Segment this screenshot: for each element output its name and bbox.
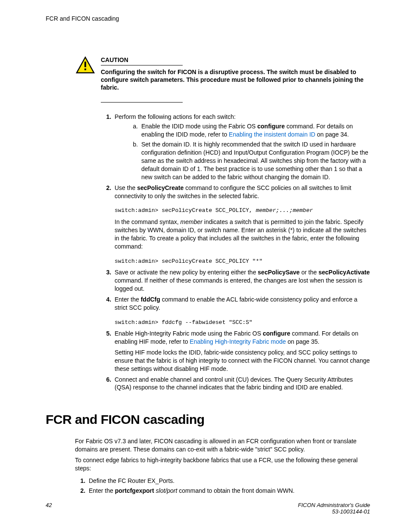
caution-icon [76,56,95,74]
caution-text: Configuring the switch for FICON is a di… [101,68,370,92]
step-1: Perform the following actions for each s… [113,113,370,181]
page-footer: 42 FICON Administrator's Guide 53-100314… [46,502,370,515]
code-secpolicycreate-2: switch:admin> secPolicyCreate SCC_POLICY… [115,258,370,265]
s2-step-1: Define the FC Router EX_Ports. [87,477,370,485]
section-heading: FCR and FICON cascading [46,412,370,427]
link-hif[interactable]: Enabling High-Integrity Fabric mode [190,338,286,345]
svg-rect-2 [84,68,86,70]
page-number: 42 [46,502,52,515]
footer-title: FICON Administrator's Guide [298,502,370,508]
code-fddcfg: switch:admin> fddcfg --fabwideset "SCC:S… [115,319,370,327]
s2-step-2: Enter the portcfgexport slot/port comman… [87,487,370,495]
step-5: Enable High-Integrity Fabric mode using … [113,330,370,373]
svg-rect-1 [84,62,86,67]
procedure-list: Perform the following actions for each s… [101,113,370,392]
link-idid[interactable]: Enabling the insistent domain ID [229,131,315,138]
section2-steps: Define the FC Router EX_Ports. Enter the… [75,477,370,495]
running-header: FCR and FICON cascading [46,15,370,22]
footer-docnum: 53-1003144-01 [298,508,370,515]
step-6: Connect and enable channel and control u… [113,376,370,392]
code-secpolicycreate-1: switch:admin> secPolicyCreate SCC_POLICY… [115,207,370,215]
caution-block: CAUTION Configuring the switch for FICON… [76,56,370,92]
step-3: Save or activate the new policy by enter… [113,268,370,293]
section2-p2: To connect edge fabrics to high-integrit… [75,456,370,473]
step-2: Use the secPolicyCreate command to confi… [113,184,370,265]
step-1b: Set the domain ID. It is highly recommen… [140,140,370,181]
section2-p1: For Fabric OS v7.3 and later, FICON casc… [75,437,370,454]
caution-label: CAUTION [101,56,370,63]
step-4: Enter the fddCfg command to enable the A… [113,296,370,326]
step-1a: Enable the IDID mode using the Fabric OS… [140,122,370,139]
